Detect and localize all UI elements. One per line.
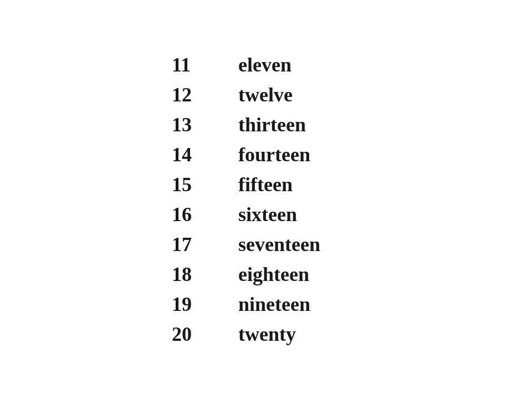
word-fifteen: fifteen	[238, 173, 360, 196]
table-row: 11eleven	[172, 50, 360, 80]
table-row: 17seventeen	[172, 229, 360, 259]
word-sixteen: sixteen	[238, 203, 360, 226]
word-fourteen: fourteen	[238, 143, 360, 166]
number-19: 19	[172, 293, 238, 316]
word-twelve: twelve	[238, 83, 360, 106]
number-12: 12	[172, 83, 238, 106]
number-18: 18	[172, 263, 238, 286]
word-eighteen: eighteen	[238, 263, 360, 286]
number-word-list: 11eleven12twelve13thirteen14fourteen15fi…	[172, 50, 360, 349]
table-row: 18eighteen	[172, 259, 360, 289]
number-15: 15	[172, 173, 238, 196]
word-thirteen: thirteen	[238, 113, 360, 136]
table-row: 14fourteen	[172, 140, 360, 170]
number-16: 16	[172, 203, 238, 226]
word-eleven: eleven	[238, 53, 360, 76]
word-seventeen: seventeen	[238, 233, 360, 256]
number-20: 20	[172, 323, 238, 346]
table-row: 19nineteen	[172, 289, 360, 319]
number-17: 17	[172, 233, 238, 256]
number-14: 14	[172, 143, 238, 166]
table-row: 15fifteen	[172, 170, 360, 200]
table-row: 20twenty	[172, 319, 360, 349]
word-twenty: twenty	[238, 323, 360, 346]
table-row: 16sixteen	[172, 200, 360, 229]
number-13: 13	[172, 113, 238, 136]
table-row: 12twelve	[172, 80, 360, 110]
word-nineteen: nineteen	[238, 293, 360, 316]
table-row: 13thirteen	[172, 110, 360, 140]
number-11: 11	[172, 53, 238, 76]
